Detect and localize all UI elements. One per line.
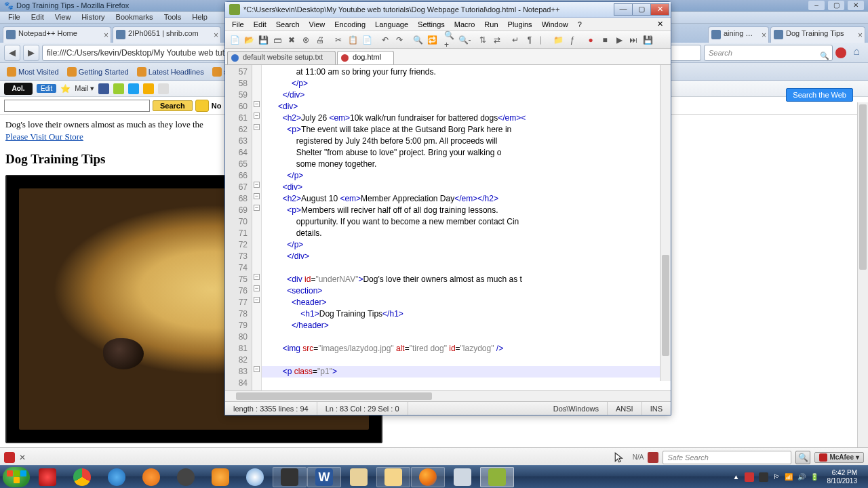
npp-menu-run[interactable]: Run <box>479 19 502 30</box>
redo-icon[interactable]: ↷ <box>393 33 406 47</box>
adblock-icon[interactable] <box>4 452 15 463</box>
npp-close-button[interactable]: ✕ <box>650 3 669 16</box>
close-file-icon[interactable]: ✖ <box>285 33 298 47</box>
npp-menu-search[interactable]: Search <box>271 19 304 30</box>
scrollbar-thumb[interactable] <box>859 104 867 270</box>
npp-minimize-button[interactable]: — <box>614 3 633 16</box>
tab-close-icon[interactable]: × <box>762 30 766 40</box>
taskbar-player2[interactable] <box>203 467 237 487</box>
npp-menu-window[interactable]: Window <box>537 19 573 30</box>
npp-menu-settings[interactable]: Settings <box>413 19 450 30</box>
sync-h-icon[interactable]: ⇄ <box>490 33 504 47</box>
npp-menu-macro[interactable]: Macro <box>450 19 480 30</box>
zoom-in-icon[interactable]: 🔍+ <box>443 33 457 47</box>
replace-icon[interactable]: 🔁 <box>425 33 439 47</box>
taskbar-notepadpp[interactable] <box>480 467 514 487</box>
paste-icon[interactable]: 📄 <box>360 33 374 47</box>
minimize-button[interactable]: – <box>808 1 825 10</box>
find-icon[interactable]: 🔍 <box>411 33 425 47</box>
fold-toggle-icon[interactable]: − <box>254 101 260 107</box>
npp-menu-plugins[interactable]: Plugins <box>503 19 537 30</box>
save-all-icon[interactable]: 🗃 <box>271 33 284 47</box>
page-scrollbar[interactable] <box>857 102 868 447</box>
browser-tab[interactable]: 2IPh0651 | shrib.com× <box>113 26 221 43</box>
zoom-out-icon[interactable]: 🔍- <box>458 33 471 47</box>
browser-search-field[interactable]: Search🔍 <box>704 45 833 61</box>
fold-toggle-icon[interactable]: − <box>254 124 260 130</box>
indent-guide-icon[interactable]: ⎸ <box>537 33 551 47</box>
mcafee-button[interactable]: McAfee▾ <box>814 452 864 463</box>
npp-mdi-close-button[interactable]: ✕ <box>652 18 669 30</box>
ext-close-button[interactable]: ✕ <box>19 453 26 462</box>
open-file-icon[interactable]: 📂 <box>242 33 256 47</box>
taskbar-movie[interactable] <box>169 467 203 487</box>
firefox-menu-file[interactable]: File <box>3 12 26 23</box>
bookmark-item[interactable]: Getting Started <box>64 66 132 78</box>
twitter-icon[interactable] <box>128 83 139 94</box>
fold-toggle-icon[interactable]: − <box>254 274 260 280</box>
editor-hscrollbar[interactable] <box>225 390 671 401</box>
folder-tool-icon[interactable]: 📁 <box>551 33 565 47</box>
norton-icon[interactable] <box>195 100 209 112</box>
hscroll-thumb[interactable] <box>236 392 432 400</box>
store-link[interactable]: Please Visit Our Store <box>5 131 83 142</box>
stop-macro-icon[interactable]: ■ <box>598 33 612 47</box>
npp-menu-help[interactable]: ? <box>573 19 587 30</box>
fold-toggle-icon[interactable]: − <box>254 113 260 119</box>
firefox-menu-edit[interactable]: Edit <box>26 12 50 23</box>
taskbar-wmp[interactable] <box>134 467 168 487</box>
firefox-menu-bookmarks[interactable]: Bookmarks <box>111 12 159 23</box>
browser-tab[interactable]: Notepad++ Home× <box>3 26 111 43</box>
fold-toggle-icon[interactable]: − <box>254 193 260 199</box>
vscroll-thumb[interactable] <box>662 255 669 356</box>
firefox-menu-tools[interactable]: Tools <box>159 12 187 23</box>
play-macro-icon[interactable]: ▶ <box>612 33 626 47</box>
fold-toggle-icon[interactable]: − <box>254 285 260 291</box>
fold-toggle-icon[interactable]: − <box>254 297 260 303</box>
taskbar-itunes[interactable] <box>238 467 272 487</box>
tray-network-icon[interactable]: 📶 <box>785 473 793 481</box>
record-icon[interactable] <box>835 47 846 58</box>
back-button[interactable]: ◀ <box>4 45 20 61</box>
forward-button[interactable]: ▶ <box>23 45 39 61</box>
notepadpp-titlebar[interactable]: *C:\Users\kevin\Desktop\My Youtube web t… <box>225 2 671 18</box>
tray-chevron-up-icon[interactable]: ▲ <box>733 473 740 481</box>
shield-icon[interactable] <box>648 452 658 463</box>
npp-maximize-button[interactable]: ▢ <box>632 3 651 16</box>
star-icon[interactable]: ⭐ <box>60 84 71 94</box>
fold-gutter[interactable]: −−−−−−−−−− <box>252 65 262 390</box>
wordwrap-icon[interactable]: ↵ <box>509 33 522 47</box>
tab-close-icon[interactable]: × <box>214 30 218 40</box>
close-all-icon[interactable]: ⊗ <box>299 33 313 47</box>
record-macro-icon[interactable]: ● <box>584 33 597 47</box>
npp-menu-view[interactable]: View <box>304 19 330 30</box>
safe-search-button[interactable]: 🔍 <box>795 451 810 464</box>
npp-menu-language[interactable]: Language <box>370 19 413 30</box>
firefox-menu-history[interactable]: History <box>76 12 110 23</box>
close-button[interactable]: ✕ <box>848 1 864 10</box>
wikipedia-icon[interactable] <box>158 83 169 94</box>
npp-menu-edit[interactable]: Edit <box>249 19 271 30</box>
maximize-button[interactable]: ▢ <box>828 1 844 10</box>
save-macro-icon[interactable]: 💾 <box>641 33 654 47</box>
taskbar-chrome[interactable] <box>65 467 99 487</box>
search-web-button[interactable]: Search the Web <box>786 88 853 102</box>
new-file-icon[interactable]: 📄 <box>228 33 241 47</box>
taskbar-ie[interactable] <box>100 467 134 487</box>
taskbar-word[interactable]: W <box>307 467 341 487</box>
taskbar-firefox[interactable] <box>411 467 445 487</box>
system-clock[interactable]: 6:42 PM 8/10/2013 <box>823 469 862 485</box>
taskbar-opera[interactable] <box>31 467 64 487</box>
share-icon[interactable] <box>113 83 124 94</box>
firefox-menu-view[interactable]: View <box>50 12 77 23</box>
tray-volume-icon[interactable]: 🔊 <box>797 473 806 481</box>
code-editor[interactable]: 57 58 59 60 61 62 63 64 65 66 67 68 69 7… <box>225 65 671 390</box>
npp-menu-file[interactable]: File <box>227 19 249 30</box>
search-icon[interactable]: 🔍 <box>820 48 829 63</box>
tray-battery-icon[interactable]: 🔋 <box>810 473 818 481</box>
browser-tab[interactable]: aining Tips× <box>708 26 769 43</box>
taskbar-explorer[interactable] <box>376 467 410 487</box>
code-area[interactable]: at 11:00 am so bring your furry friends.… <box>262 65 671 390</box>
taskbar-notes[interactable] <box>446 467 479 487</box>
browser-tab[interactable]: Dog Training Tips× <box>770 26 865 43</box>
